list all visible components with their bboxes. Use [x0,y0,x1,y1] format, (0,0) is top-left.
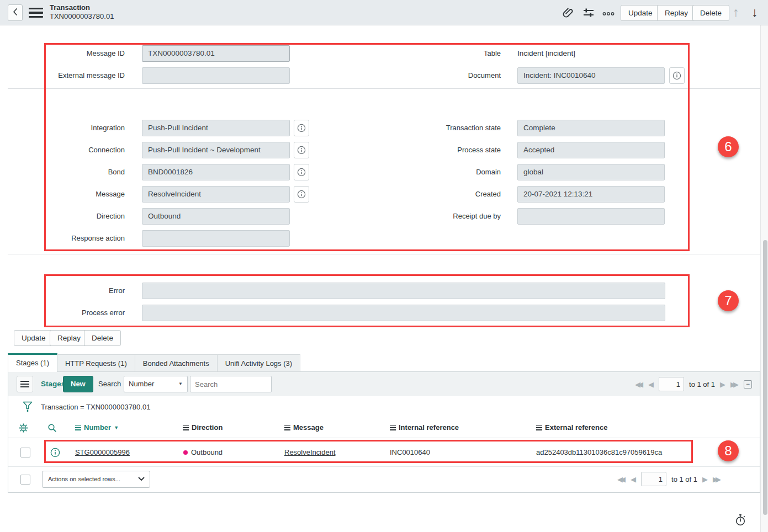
message-info-button[interactable] [294,186,309,203]
message-id-field[interactable]: TXN0000003780.01 [142,45,290,62]
stages-list: Stages New Search Number ▼ ◀◀ ◀ to 1 of … [8,371,760,493]
filter-funnel-icon[interactable] [23,401,33,414]
column-menu-icon[interactable] [183,425,189,430]
related-lists-tabs: Stages (1) HTTP Requests (1) Bonded Atta… [8,353,300,372]
update-button[interactable]: Update [621,5,660,21]
column-header-internal-reference[interactable]: Internal reference [390,418,459,438]
previous-page-icon[interactable]: ◀ [648,380,654,389]
first-page-icon[interactable]: ◀◀ [617,475,626,483]
receipt-due-by-field[interactable] [517,208,665,225]
column-header-external-reference[interactable]: External reference [536,418,607,438]
first-page-icon[interactable]: ◀◀ [635,380,643,389]
created-field[interactable]: 20-07-2021 12:13:21 [517,186,665,203]
process-state-label: Process state [375,142,501,158]
table-row[interactable]: STG0000005996 Outbound ResolveIncident I… [8,438,760,467]
page-number-input[interactable] [659,377,684,391]
next-page-icon[interactable]: ▶ [702,475,708,483]
tab-stages[interactable]: Stages (1) [8,353,57,372]
list-pagination-bottom: ◀◀ ◀ to 1 of 1 ▶ ▶▶ [617,467,721,491]
row-message-link[interactable]: ResolveIncident [284,438,336,467]
response-time-stopwatch-icon[interactable] [734,513,746,528]
response-action-label: Response action [0,230,125,247]
domain-field[interactable]: global [517,164,665,180]
bond-field[interactable]: BND0001826 [142,164,290,180]
form-update-button[interactable]: Update [14,330,54,346]
transaction-state-field[interactable]: Complete [517,120,665,136]
column-header-message[interactable]: Message [284,418,324,438]
form-replay-button[interactable]: Replay [50,330,88,346]
tab-unifi-activity-logs[interactable]: Unifi Activity Logs (3) [218,354,300,372]
created-label: Created [375,186,501,203]
actions-select[interactable]: Actions on selected rows... [42,471,150,488]
personalize-sliders-icon[interactable] [582,8,595,20]
search-field-select[interactable]: Number ▼ [124,376,188,392]
tab-http-requests[interactable]: HTTP Requests (1) [57,354,135,372]
process-error-field[interactable] [142,305,665,321]
row-checkbox[interactable] [20,448,30,457]
column-header-number[interactable]: Number ▼ [75,418,119,438]
domain-label: Domain [375,164,501,180]
record-preview-info-icon[interactable] [50,448,60,459]
info-icon [297,146,306,155]
delete-button[interactable]: Delete [692,5,729,21]
search-icon[interactable] [47,423,57,434]
row-number-link[interactable]: STG0000005996 [75,438,130,467]
search-input[interactable] [190,376,272,392]
direction-field[interactable]: Outbound [142,208,290,225]
external-message-id-field[interactable] [142,67,290,84]
collapse-list-icon[interactable]: − [744,380,752,389]
replay-button[interactable]: Replay [657,5,696,21]
process-state-field[interactable]: Accepted [517,142,665,158]
page-subtitle: TXN0000003780.01 [50,12,114,20]
column-menu-icon[interactable] [390,425,396,430]
error-label: Error [0,283,125,299]
document-info-button[interactable] [669,67,685,84]
scroll-up-icon[interactable]: ↑ [729,3,743,21]
tab-bonded-attachments[interactable]: Bonded Attachments [135,354,218,372]
last-page-icon[interactable]: ▶▶ [713,475,721,483]
vertical-scrollbar[interactable] [760,25,768,532]
back-chevron-icon [12,7,19,18]
scroll-down-icon[interactable]: ↓ [748,3,762,21]
connection-field[interactable]: Push-Pull Incident ~ Development [142,142,290,158]
more-options-icon[interactable] [602,10,615,22]
integration-field[interactable]: Push-Pull Incident [142,120,290,136]
direction-label: Direction [0,208,125,225]
paperclip-icon[interactable] [562,7,575,19]
last-page-icon[interactable]: ▶▶ [730,380,739,389]
message-field[interactable]: ResolveIncident [142,186,290,203]
context-menu-icon[interactable] [29,8,43,18]
top-header-bar: Transaction TXN0000003780.01 Update Repl… [0,0,768,25]
stage-record-link[interactable]: STG0000005996 [75,448,130,456]
column-menu-icon[interactable] [536,425,542,430]
row-external-reference: ad252403db11301036c81c97059619ca [536,438,662,467]
bond-label: Bond [0,164,125,180]
external-message-id-label: External message ID [0,67,125,84]
bond-info-button[interactable] [294,164,309,180]
gear-icon[interactable] [19,423,28,434]
message-record-link[interactable]: ResolveIncident [284,448,336,456]
new-button[interactable]: New [63,376,93,392]
form-delete-button[interactable]: Delete [84,330,121,346]
page-number-input[interactable] [641,472,666,486]
connection-label: Connection [0,142,125,158]
back-button[interactable] [8,4,23,21]
column-menu-icon[interactable] [75,425,81,430]
filter-breadcrumb[interactable]: Transaction = TXN0000003780.01 [41,396,150,418]
select-all-checkbox[interactable] [20,475,30,485]
integration-info-button[interactable] [294,120,309,136]
column-header-label: Internal reference [399,418,459,438]
previous-page-icon[interactable]: ◀ [631,475,636,483]
connection-info-button[interactable] [294,142,309,158]
next-page-icon[interactable]: ▶ [720,380,725,389]
error-field[interactable] [142,283,665,299]
list-menu-button[interactable] [17,376,33,392]
list-title: Stages [41,372,65,396]
response-action-field[interactable] [142,230,290,247]
scrollbar-thumb[interactable] [763,240,767,515]
list-footer: Actions on selected rows... ◀◀ ◀ to 1 of… [8,467,760,492]
column-header-direction[interactable]: Direction [183,418,223,438]
info-icon [672,71,681,80]
column-menu-icon[interactable] [284,425,290,430]
document-field[interactable]: Incident: INC0010640 [517,67,665,84]
